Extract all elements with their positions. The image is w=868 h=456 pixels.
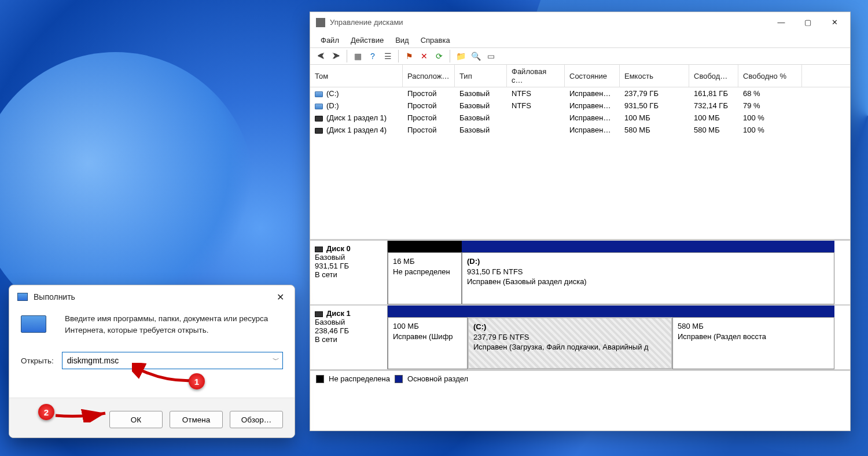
col-svo[interactable]: Свобод… — [689, 65, 738, 87]
partition-header — [388, 241, 462, 252]
delete-icon[interactable]: ✕ — [418, 50, 431, 62]
col-svp[interactable]: Свободно % — [738, 65, 802, 87]
volume-icon — [315, 116, 323, 122]
legend-primary: Основной раздел — [407, 374, 468, 383]
table-header: Том Располож… Тип Файловая с… Состояние … — [310, 65, 850, 87]
partition[interactable]: (C:)237,79 ГБ NTFSИсправен (Загрузка, Фа… — [468, 306, 672, 369]
folder-up-icon[interactable]: 📁 — [454, 50, 467, 62]
legend-unalloc: Не распределена — [329, 374, 390, 383]
legend-swatch-primary — [395, 375, 403, 383]
partition-header — [672, 306, 834, 317]
close-button[interactable]: ✕ — [821, 14, 848, 31]
col-fay[interactable]: Файловая с… — [507, 65, 565, 87]
help-icon[interactable]: ? — [366, 50, 379, 62]
properties-icon[interactable]: ▭ — [484, 50, 497, 62]
legend: Не распределена Основной раздел — [310, 370, 850, 387]
partition-body: (D:)931,50 ГБ NTFSИсправен (Базовый разд… — [462, 252, 834, 304]
disk-icon — [315, 247, 323, 252]
menubar: Файл Действие Вид Справка — [310, 32, 850, 47]
volume-icon — [315, 91, 323, 97]
run-title: Выполнить — [34, 292, 75, 301]
col-emk[interactable]: Емкость — [620, 65, 689, 87]
disk-header[interactable]: Диск 0Базовый931,51 ГБВ сети — [310, 241, 388, 304]
menu-help[interactable]: Справка — [416, 35, 455, 46]
partition-body: 16 МБНе распределен — [388, 252, 462, 304]
table-row[interactable]: (D:)ПростойБазовыйNTFSИсправен…931,50 ГБ… — [310, 100, 850, 112]
flag-icon[interactable]: ⚑ — [403, 50, 415, 62]
callout-arrow-1 — [132, 363, 207, 386]
back-icon[interactable]: ⮜ — [315, 50, 328, 62]
partition[interactable]: 100 МБИсправен (Шифр — [388, 306, 468, 369]
volume-table: Том Располож… Тип Файловая с… Состояние … — [310, 65, 850, 240]
disk-icon — [315, 311, 323, 317]
run-icon — [17, 293, 28, 301]
table-row[interactable]: (Диск 1 раздел 1)ПростойБазовыйИсправен…… — [310, 112, 850, 124]
browse-button[interactable]: Обзор… — [230, 411, 283, 428]
partition[interactable]: 16 МБНе распределен — [388, 241, 462, 304]
volume-icon — [315, 104, 323, 109]
menu-action[interactable]: Действие — [346, 35, 388, 46]
volume-icon — [315, 128, 323, 134]
disk-row: Диск 1Базовый238,46 ГБВ сети100 МБИсправ… — [310, 306, 850, 370]
toolbar: ⮜ ⮞ ▦ ? ☰ ⚑ ✕ ⟳ 📁 🔍 ▭ — [310, 47, 850, 65]
legend-swatch-unalloc — [316, 375, 324, 383]
col-sos[interactable]: Состояние — [565, 65, 620, 87]
run-titlebar[interactable]: Выполнить ✕ — [9, 285, 295, 308]
titlebar[interactable]: Управление дисками — ▢ ✕ — [310, 12, 850, 32]
refresh-icon[interactable]: ⟳ — [433, 50, 446, 62]
diskmgmt-icon — [316, 18, 325, 27]
grid-icon[interactable]: ▦ — [351, 50, 364, 62]
run-description: Введите имя программы, папки, документа … — [65, 313, 283, 336]
forward-icon[interactable]: ⮞ — [330, 50, 343, 62]
partition-header — [388, 306, 468, 317]
ok-button[interactable]: ОК — [109, 411, 163, 428]
list-icon[interactable]: ☰ — [381, 50, 394, 62]
col-tip[interactable]: Тип — [455, 65, 507, 87]
menu-file[interactable]: Файл — [316, 35, 344, 46]
cancel-button[interactable]: Отмена — [170, 411, 223, 428]
run-logo-icon — [21, 315, 46, 333]
minimize-button[interactable]: — — [768, 14, 795, 31]
partition-header — [462, 241, 834, 252]
partition-body: 100 МБИсправен (Шифр — [388, 317, 468, 369]
window-title: Управление дисками — [330, 18, 403, 27]
table-row[interactable]: (Диск 1 раздел 4)ПростойБазовыйИсправен…… — [310, 124, 850, 136]
open-label: Открыть: — [21, 356, 54, 365]
callout-arrow-2 — [52, 405, 110, 422]
search-folder-icon[interactable]: 🔍 — [469, 50, 482, 62]
partition[interactable]: 580 МБИсправен (Раздел восста — [672, 306, 834, 369]
maximize-button[interactable]: ▢ — [795, 14, 821, 31]
partition-header — [468, 306, 672, 317]
col-ras[interactable]: Располож… — [403, 65, 455, 87]
disk-graphical-view: Диск 0Базовый931,51 ГБВ сети16 МБНе расп… — [310, 240, 850, 370]
table-row[interactable]: (C:)ПростойБазовыйNTFSИсправен…237,79 ГБ… — [310, 87, 850, 100]
run-close-button[interactable]: ✕ — [268, 288, 292, 306]
partition-body: 580 МБИсправен (Раздел восста — [672, 317, 834, 369]
disk-header[interactable]: Диск 1Базовый238,46 ГБВ сети — [310, 306, 388, 369]
partition[interactable]: (D:)931,50 ГБ NTFSИсправен (Базовый разд… — [462, 241, 834, 304]
disk-row: Диск 0Базовый931,51 ГБВ сети16 МБНе расп… — [310, 241, 850, 306]
table-body: (C:)ПростойБазовыйNTFSИсправен…237,79 ГБ… — [310, 87, 850, 239]
partition-body: (C:)237,79 ГБ NTFSИсправен (Загрузка, Фа… — [468, 317, 672, 369]
col-tom[interactable]: Том — [310, 65, 403, 87]
disk-management-window: Управление дисками — ▢ ✕ Файл Действие В… — [310, 12, 851, 431]
menu-view[interactable]: Вид — [391, 35, 414, 46]
